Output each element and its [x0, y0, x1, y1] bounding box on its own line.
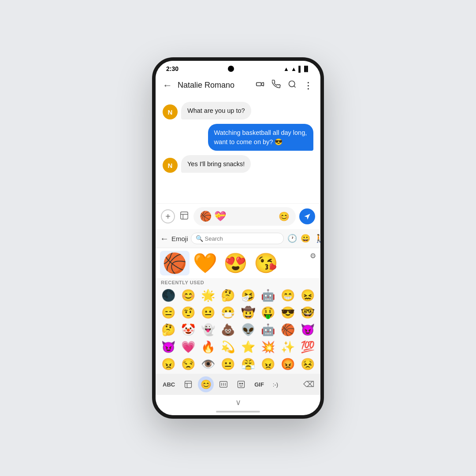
- keyboard-sticker-button[interactable]: [180, 376, 196, 392]
- bottom-nav: ∨: [156, 395, 320, 409]
- keyboard-abc-button[interactable]: ABC: [159, 379, 178, 390]
- emoji-search-wrap[interactable]: 🔍: [191, 233, 284, 244]
- emoji-cell[interactable]: 🤠: [238, 304, 258, 321]
- app-bar-actions: ⋮: [253, 78, 315, 93]
- emoji-cell[interactable]: 😑: [158, 304, 178, 321]
- phone-inner: 2:30 ▲ ▲▐ ▐▌ ← Natalie Romano: [156, 61, 320, 415]
- svg-rect-3: [181, 212, 188, 219]
- sticker-button[interactable]: [178, 210, 190, 223]
- input-emoji-heart: 💝: [214, 211, 226, 222]
- emoji-face-icon[interactable]: 😊: [279, 211, 290, 222]
- emoji-cell[interactable]: 😡: [278, 356, 298, 373]
- emoji-cell[interactable]: 💯: [298, 338, 318, 356]
- face-tab-icon[interactable]: 😀: [300, 233, 311, 244]
- recent-tab-icon[interactable]: 🕐: [286, 233, 298, 244]
- featured-emoji-kiss[interactable]: 😘: [251, 251, 281, 275]
- emoji-cell[interactable]: 😈: [158, 338, 178, 356]
- emoji-cell[interactable]: 😐: [198, 304, 218, 321]
- emoji-cell[interactable]: 👽: [238, 321, 258, 338]
- avatar: N: [163, 104, 178, 119]
- emoji-tab-icons: 🕐 😀 🚶 🎮: [286, 233, 320, 244]
- emoji-cell[interactable]: 🤨: [178, 304, 198, 321]
- svg-rect-0: [257, 82, 261, 86]
- keyboard-bottom-bar: ABC 😊: [156, 374, 320, 395]
- emoji-cell[interactable]: 👻: [198, 321, 218, 338]
- featured-emoji-basketball-heart[interactable]: 🧡: [190, 251, 220, 275]
- signal-icon: ▲▐: [291, 66, 301, 72]
- emoji-cell[interactable]: 🤖: [258, 321, 278, 338]
- emoji-cell[interactable]: ✨: [278, 338, 298, 356]
- status-icons: ▲ ▲▐ ▐▌: [283, 66, 310, 72]
- emoji-cell[interactable]: 😊: [178, 287, 198, 304]
- input-emoji-basketball: 🏀: [200, 211, 212, 222]
- phone-call-icon[interactable]: [270, 78, 283, 93]
- emoji-cell[interactable]: 🤑: [258, 304, 278, 321]
- avatar: N: [163, 158, 178, 173]
- emoji-cell[interactable]: 👁️: [198, 356, 218, 373]
- keyboard-gif-button[interactable]: GIF: [251, 379, 268, 390]
- emoji-cell[interactable]: 😠: [158, 356, 178, 373]
- emoji-cell[interactable]: 😁: [278, 287, 298, 304]
- add-button[interactable]: +: [161, 209, 175, 223]
- emoji-cell[interactable]: 💥: [258, 338, 278, 356]
- phone-frame: 2:30 ▲ ▲▐ ▐▌ ← Natalie Romano: [152, 57, 324, 419]
- emoji-cell[interactable]: 🏀: [278, 321, 298, 338]
- message-row: N What are you up to?: [163, 102, 313, 119]
- featured-emojis: 🏀 🧡 😍 😘 ⚙: [156, 248, 320, 278]
- emoji-cell[interactable]: 🤡: [178, 321, 198, 338]
- svg-rect-4: [185, 381, 192, 388]
- emoji-cell[interactable]: 🤧: [238, 287, 258, 304]
- emoji-cell[interactable]: 😖: [298, 287, 318, 304]
- emoji-cell[interactable]: 💩: [218, 321, 238, 338]
- status-bar: 2:30 ▲ ▲▐ ▐▌: [156, 61, 320, 74]
- emoji-search-icon: 🔍: [196, 235, 203, 242]
- chevron-down-icon[interactable]: ∨: [235, 398, 241, 407]
- battery-icon: ▐▌: [302, 66, 310, 72]
- message-row: N Yes I'll bring snacks!: [163, 155, 313, 173]
- keyboard-delete-button[interactable]: ⌫: [301, 377, 317, 392]
- keyboard-emoticon-button[interactable]: [216, 376, 231, 392]
- emoji-cell[interactable]: 🤔: [158, 321, 178, 338]
- svg-point-11: [242, 383, 243, 384]
- emoji-cell[interactable]: 🤖: [258, 287, 278, 304]
- featured-emoji-heart-eyes[interactable]: 😍: [221, 251, 250, 275]
- emoji-cell[interactable]: 😈: [298, 321, 318, 338]
- emoji-cell[interactable]: 🤓: [298, 304, 318, 321]
- emoji-back-button[interactable]: ←: [160, 234, 169, 244]
- emoji-cell[interactable]: 🤔: [218, 287, 238, 304]
- keyboard-kaomoji-button[interactable]: [233, 376, 249, 392]
- emoji-cell[interactable]: 🔥: [198, 338, 218, 356]
- keyboard-text-emoji-button[interactable]: :-): [269, 379, 282, 390]
- contact-name: Natalie Romano: [178, 81, 250, 90]
- emoji-cell[interactable]: 😷: [218, 304, 238, 321]
- back-button[interactable]: ←: [161, 78, 174, 93]
- emoji-settings-icon[interactable]: ⚙: [310, 252, 316, 260]
- emoji-cell[interactable]: 😠: [258, 356, 278, 373]
- send-button[interactable]: [299, 208, 315, 224]
- emoji-cell[interactable]: 💫: [218, 338, 238, 356]
- keyboard-emoji-button[interactable]: 😊: [198, 376, 214, 392]
- svg-rect-9: [238, 381, 245, 388]
- emoji-cell[interactable]: 😤: [238, 356, 258, 373]
- more-options-icon[interactable]: ⋮: [302, 78, 315, 93]
- emoji-cell[interactable]: 😒: [178, 356, 198, 373]
- emoji-search-bar: ← Emoji 🔍 🕐 😀 🚶 🎮: [156, 229, 320, 248]
- emoji-search-input[interactable]: [205, 235, 279, 242]
- people-tab-icon[interactable]: 🚶: [313, 233, 320, 244]
- emoji-grid: 🌑 😊 🌟 🤔 🤧 🤖 😁 😖 😑 🤨 😐 😷 🤠 🤑 😎 🤓 🤔 🤡 👻 💩 …: [156, 286, 320, 374]
- emoji-cell[interactable]: 😣: [298, 356, 318, 373]
- emoji-cell[interactable]: ⭐: [238, 338, 258, 356]
- input-right-icons: 😊: [279, 211, 290, 222]
- emoji-title-label: Emoji: [171, 235, 188, 242]
- emoji-cell[interactable]: 🌑: [158, 287, 178, 304]
- search-icon[interactable]: [286, 78, 298, 93]
- message-row: Watching basketball all day long, want t…: [163, 124, 313, 151]
- featured-emoji-basketball-sparkle[interactable]: 🏀: [160, 251, 190, 275]
- video-call-icon[interactable]: [253, 78, 267, 93]
- emoji-cell[interactable]: 💗: [178, 338, 198, 356]
- message-input-area: + 🏀 💝 😊: [156, 203, 320, 229]
- emoji-cell[interactable]: 🌟: [198, 287, 218, 304]
- emoji-cell[interactable]: 😎: [278, 304, 298, 321]
- message-input-box[interactable]: 🏀 💝 😊: [193, 207, 296, 226]
- emoji-cell[interactable]: 😐: [218, 356, 238, 373]
